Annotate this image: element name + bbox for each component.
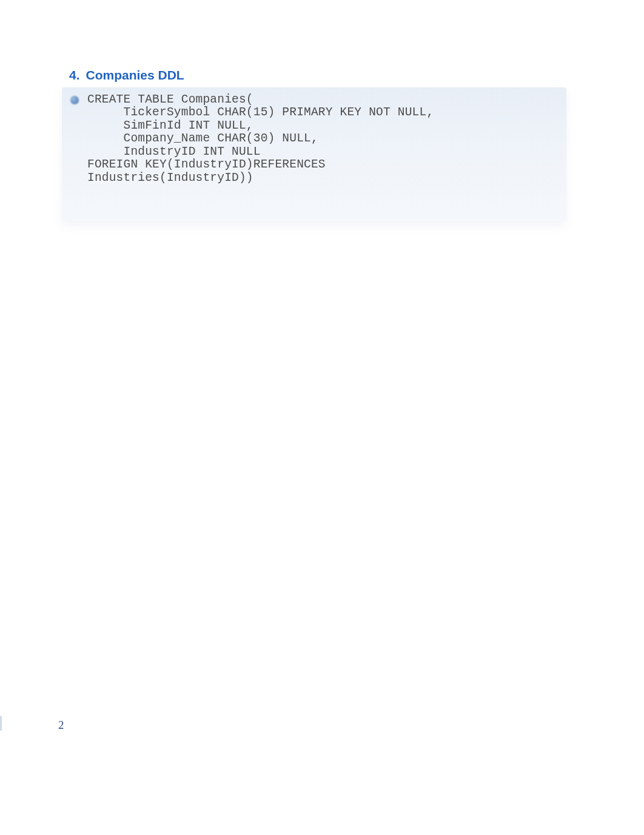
section-header: 4. Companies DDL bbox=[69, 68, 586, 83]
section-number: 4. bbox=[69, 68, 80, 83]
code-content: CREATE TABLE Companies( TickerSymbol CHA… bbox=[87, 93, 557, 184]
bullet-icon bbox=[70, 96, 79, 104]
section-title: Companies DDL bbox=[86, 68, 184, 83]
page-number: 2 bbox=[58, 718, 64, 732]
code-block: CREATE TABLE Companies( TickerSymbol CHA… bbox=[62, 87, 566, 221]
page-container: 4. Companies DDL CREATE TABLE Companies(… bbox=[0, 0, 644, 835]
page-edge-marker bbox=[0, 716, 2, 731]
